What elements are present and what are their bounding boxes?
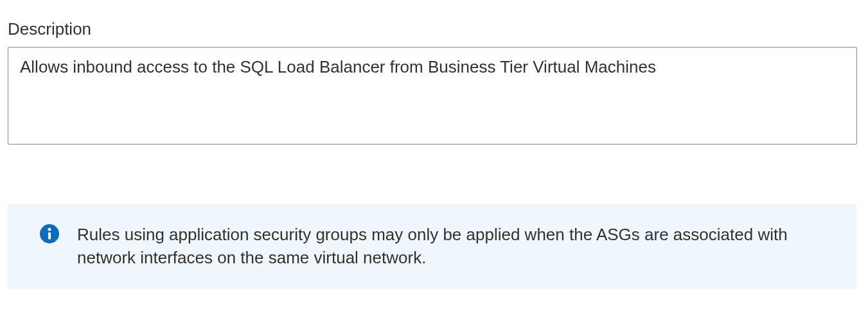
info-banner: Rules using application security groups …	[8, 204, 857, 289]
svg-point-1	[48, 228, 51, 231]
info-banner-message: Rules using application security groups …	[77, 223, 834, 270]
description-label: Description	[8, 19, 860, 39]
info-icon	[40, 224, 59, 243]
svg-rect-2	[48, 232, 51, 239]
description-textarea[interactable]	[8, 47, 857, 145]
